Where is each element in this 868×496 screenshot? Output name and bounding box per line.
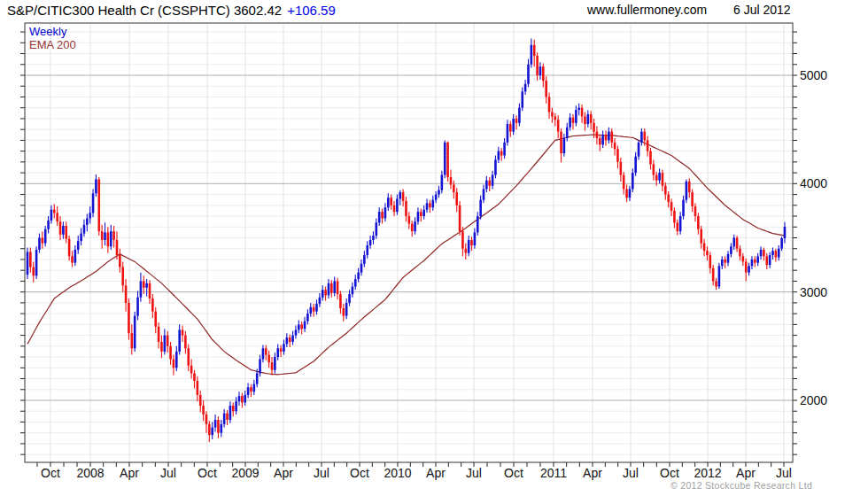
candle-body [664, 186, 667, 195]
candle-body [134, 316, 136, 349]
candle-body [441, 175, 444, 190]
candle-up [498, 147, 500, 163]
candle-up [291, 331, 294, 345]
candle-body [577, 108, 580, 110]
candle-down [662, 169, 664, 190]
candle-body [724, 260, 726, 263]
candle-body [453, 185, 455, 193]
candle-body [682, 200, 685, 216]
candle-down [590, 111, 593, 129]
candle-down [184, 331, 187, 354]
candle-body [131, 333, 134, 348]
candle-body [623, 175, 625, 190]
candle-up [229, 401, 232, 422]
candle-body [765, 256, 768, 265]
candle-down [515, 115, 518, 129]
x-axis-label: 2010 [384, 466, 411, 480]
candle-body [616, 149, 619, 162]
candle-down [429, 200, 431, 213]
candle-up [104, 222, 106, 245]
candle-body [712, 268, 715, 282]
candle-body [125, 285, 128, 303]
x-axis-label: Oct [660, 466, 679, 480]
candle-body [601, 135, 604, 144]
candle-down [703, 239, 706, 257]
candle-body [718, 266, 721, 286]
candle-down [676, 220, 678, 236]
candle-up [238, 391, 241, 406]
candle-body [116, 240, 119, 255]
candle-body [494, 159, 497, 174]
candle-body [158, 327, 160, 342]
candle-down [596, 126, 599, 144]
candle-body [700, 229, 702, 244]
candle-body [322, 290, 324, 298]
candles [27, 38, 787, 442]
candle-body [164, 336, 167, 352]
candle-body [384, 207, 387, 218]
candle-up [315, 299, 318, 314]
candle-body [771, 251, 774, 255]
candle-body [357, 273, 360, 279]
legend-weekly-label: Weekly [29, 25, 76, 38]
candle-down [199, 391, 202, 412]
candle-down [68, 236, 71, 260]
candle-body [136, 298, 139, 316]
candle-down [169, 342, 172, 365]
candle-down [190, 360, 193, 379]
candle-body [298, 324, 300, 329]
candle-down [393, 201, 396, 216]
candle-body [676, 222, 678, 231]
candle-body [629, 189, 632, 198]
candle-up [62, 221, 65, 239]
candle-body [479, 200, 482, 216]
candle-body [670, 202, 673, 211]
candle-body [86, 218, 89, 224]
candle-body [730, 246, 732, 254]
candle-down [572, 114, 575, 129]
candle-body [143, 281, 145, 287]
x-axis-label: Jul [466, 466, 482, 480]
candle-body [784, 227, 787, 238]
candle-body [634, 157, 637, 173]
candle-body [112, 231, 115, 240]
candle-body [253, 384, 256, 392]
candle-body [214, 420, 217, 428]
candle-body [548, 97, 551, 112]
candle-body [527, 65, 530, 84]
candle-body [739, 249, 741, 257]
candle-body [581, 108, 584, 117]
candle-body [751, 260, 754, 266]
candle-body [551, 112, 554, 117]
candle-down [754, 256, 756, 267]
candle-up [721, 256, 724, 269]
candle-down [712, 265, 715, 285]
candle-up [274, 353, 276, 373]
candle-down [584, 112, 586, 131]
candle-body [608, 132, 610, 141]
candle-down [241, 392, 244, 407]
y-axis-labels: 2000300040005000 [800, 68, 827, 407]
y-axis-label: 3000 [800, 285, 827, 299]
candle-down [65, 221, 67, 243]
y-axis-label: 5000 [800, 68, 827, 82]
candle-down [405, 197, 407, 221]
candle-up [503, 138, 506, 159]
candle-body [187, 348, 190, 366]
candle-body [199, 395, 202, 406]
candle-down [56, 206, 58, 226]
candle-body [703, 244, 706, 252]
candle-body [775, 251, 778, 257]
candle-body [662, 173, 664, 186]
candle-down [536, 52, 539, 81]
candle-body [760, 250, 763, 256]
candle-up [431, 196, 434, 211]
candle-body [53, 210, 56, 213]
candle-body [211, 428, 213, 436]
candle-up [387, 193, 390, 211]
candle-down [402, 189, 405, 206]
candle-body [83, 225, 86, 234]
candle-up [306, 309, 309, 324]
candle-body [74, 250, 77, 263]
candle-body [151, 298, 154, 312]
